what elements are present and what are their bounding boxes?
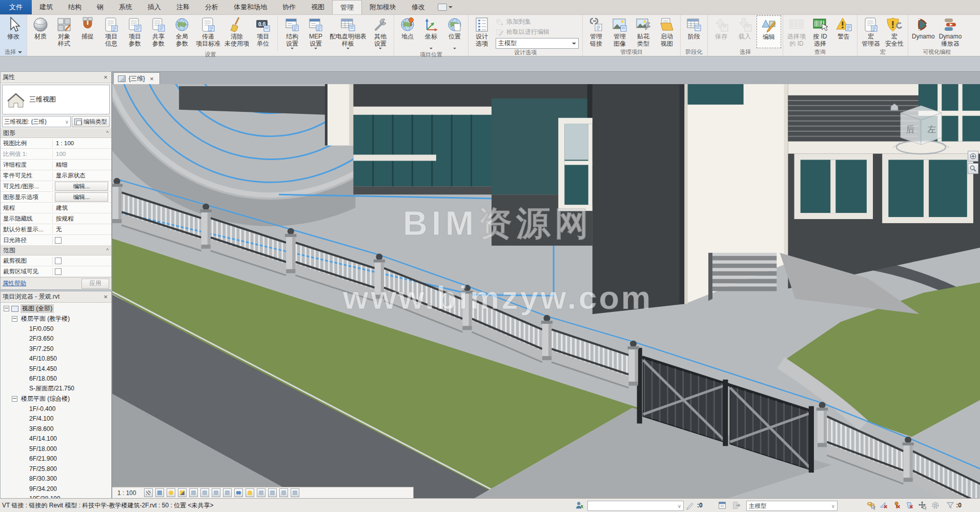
ribbon-button[interactable]: 保存 <box>709 15 733 47</box>
selection-toggle-icon[interactable] <box>867 501 876 510</box>
viewcube[interactable]: 后 左 <box>888 97 954 159</box>
worksets-icon[interactable] <box>575 501 584 510</box>
panel-label-select[interactable]: 选择 <box>0 48 27 56</box>
ribbon-options-toggle[interactable] <box>433 0 458 14</box>
3d-viewport[interactable]: BIM资源网 www.bimzyw.com 后 左 <box>112 84 980 498</box>
property-row[interactable]: 裁剪视图 <box>1 255 111 266</box>
ribbon-button[interactable]: 项目 参数 <box>123 15 147 47</box>
tree-item[interactable]: 3F/8.600 <box>1 424 111 434</box>
view-control-icon[interactable] <box>246 488 254 497</box>
property-row[interactable]: 比例值 1: 100 <box>1 149 111 160</box>
section-header-extents[interactable]: 范围^ <box>1 246 111 255</box>
ribbon-tab[interactable]: 建筑 <box>32 0 60 14</box>
ribbon-button[interactable]: 项目 单位 <box>251 15 275 47</box>
filter-icon[interactable] <box>946 501 955 510</box>
tree-item[interactable]: 8F/30.300 <box>1 474 111 484</box>
ribbon-button[interactable]: 结构 设置 <box>277 15 304 51</box>
pick-to-edit-button[interactable]: 拾取以进行编辑 <box>496 28 579 36</box>
modify-button[interactable]: 修改 <box>2 15 25 47</box>
tree-item[interactable]: S-屋面层/21.750 <box>1 384 111 394</box>
active-workset-combobox[interactable]: ∨ <box>587 501 684 511</box>
ribbon-tab[interactable]: 系统 <box>111 0 140 14</box>
property-row[interactable]: 裁剪区域可见 <box>1 266 111 277</box>
ribbon-button[interactable]: 捕捉 <box>76 15 99 47</box>
ribbon-button[interactable]: 宏 安全性 <box>883 15 906 47</box>
edit-type-button[interactable]: 编辑类型 <box>72 116 110 127</box>
ribbon-button[interactable]: 载入 <box>733 15 757 47</box>
selection-toggle-icon[interactable] <box>931 501 940 510</box>
ribbon-button[interactable]: 位置 <box>443 15 466 51</box>
viewcube-face-left[interactable]: 左 <box>928 125 936 134</box>
ribbon-button[interactable]: Dynamo 播放器 <box>937 15 964 47</box>
ribbon-tab[interactable]: 修改 <box>404 0 433 14</box>
close-icon[interactable]: × <box>102 73 109 81</box>
view-control-icon[interactable] <box>234 488 243 497</box>
ribbon-button[interactable]: 共享 参数 <box>147 15 170 47</box>
tree-item[interactable]: 4F/14.100 <box>1 434 111 444</box>
ribbon-tab[interactable]: 结构 <box>60 0 89 14</box>
ribbon-tab[interactable]: 视图 <box>303 0 332 14</box>
tree-item[interactable]: 5F/14.450 <box>1 364 111 374</box>
tree-item[interactable]: 2F/3.650 <box>1 334 111 344</box>
ribbon-button[interactable]: 宏 管理器 <box>859 15 883 47</box>
home-icon[interactable] <box>891 104 898 110</box>
file-menu-button[interactable]: 文件 <box>0 0 32 14</box>
ribbon-tab[interactable]: 管理 <box>332 0 362 14</box>
ribbon-button[interactable]: 配电盘明细表 样板 <box>328 15 369 51</box>
tree-item[interactable]: 楼层平面 (教学楼) <box>1 314 111 324</box>
ribbon-button[interactable]: 启动 视图 <box>655 15 679 47</box>
tree-item[interactable]: 3F/7.250 <box>1 344 111 354</box>
close-icon[interactable]: × <box>102 293 109 301</box>
tree-item[interactable]: 2F/4.100 <box>1 414 111 424</box>
property-row[interactable]: 日光路径 <box>1 235 111 246</box>
view-control-icon[interactable] <box>178 488 187 497</box>
dialog-launcher-icon[interactable] <box>718 501 727 510</box>
instance-selector-combobox[interactable]: 三维视图: {三维} ∨ <box>2 116 71 127</box>
steering-wheel-button[interactable] <box>968 151 978 162</box>
tree-item[interactable]: 4F/10.850 <box>1 354 111 364</box>
tree-item[interactable]: 1F/0.050 <box>1 324 111 334</box>
tree-expander-icon[interactable] <box>12 316 17 322</box>
active-design-option-combobox[interactable]: 主模型 <box>496 38 579 49</box>
ribbon-button[interactable]: 全局 参数 <box>170 15 194 47</box>
tree-item[interactable]: 1F/-0.400 <box>1 404 111 414</box>
view-scale-button[interactable]: 1 : 100 <box>115 489 141 497</box>
design-options-button[interactable]: 设计 选项 <box>470 15 494 47</box>
ribbon-tab[interactable]: 附加模块 <box>362 0 404 14</box>
tree-item[interactable]: 6F/21.900 <box>1 454 111 464</box>
view-control-icon[interactable] <box>212 488 220 497</box>
ribbon-button[interactable]: 传递 项目标准 <box>194 15 222 47</box>
selection-toggle-icon[interactable] <box>880 501 889 510</box>
ribbon-tab[interactable]: 注释 <box>169 0 197 14</box>
ribbon-button[interactable]: 警告 <box>832 15 855 47</box>
close-icon[interactable]: × <box>148 75 155 83</box>
ribbon-button[interactable]: 管理 链接 <box>584 15 608 47</box>
ribbon-tab[interactable]: 钢 <box>89 0 111 14</box>
tree-expander-icon[interactable] <box>12 396 17 402</box>
ribbon-button[interactable]: 阶段 <box>682 15 706 47</box>
ribbon-button[interactable]: 对象 样式 <box>52 15 76 47</box>
view-control-icon[interactable] <box>167 488 175 497</box>
selection-toggle-icon[interactable] <box>918 501 927 510</box>
zoom-tool-button[interactable] <box>968 163 978 174</box>
view-control-icon[interactable] <box>155 488 164 497</box>
tree-item[interactable]: 5F/18.000 <box>1 444 111 454</box>
ribbon-button[interactable]: 坐标 <box>419 15 443 51</box>
tree-item[interactable]: 楼层平面 (综合楼) <box>1 394 111 404</box>
ribbon-button[interactable]: 清除 未使用项 <box>222 15 251 47</box>
ribbon-button[interactable]: 其他 设置 <box>369 15 392 51</box>
section-header-graphics[interactable]: 图形^ <box>1 128 111 138</box>
view-control-icon[interactable] <box>279 488 288 497</box>
ribbon-tab[interactable]: 体量和场地 <box>226 0 275 14</box>
tree-item[interactable]: 6F/18.050 <box>1 374 111 384</box>
view-control-icon[interactable] <box>268 488 277 497</box>
ribbon-tab[interactable]: 协作 <box>275 0 303 14</box>
view-control-icon[interactable] <box>257 488 266 497</box>
property-row[interactable]: 图形显示选项 编辑... <box>1 192 111 203</box>
properties-help-link[interactable]: 属性帮助 <box>3 280 26 287</box>
ribbon-button[interactable]: MEP 设置 <box>304 15 328 51</box>
property-row[interactable]: 详细程度 精细 <box>1 160 111 170</box>
ribbon-button[interactable]: 材质 <box>29 15 52 47</box>
ribbon-tab[interactable]: 分析 <box>197 0 226 14</box>
exit-design-option-icon[interactable] <box>732 501 741 510</box>
